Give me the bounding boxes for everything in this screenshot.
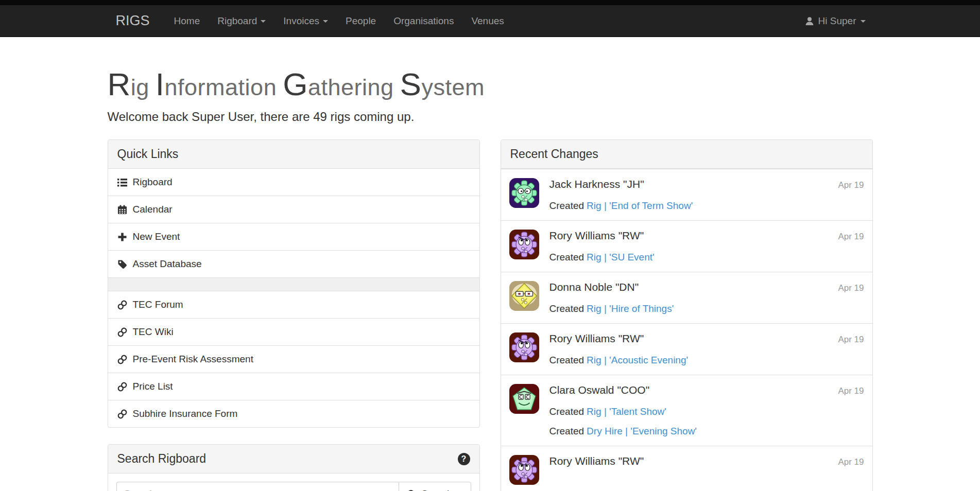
person-icon: [805, 16, 814, 26]
panel-title: Quick Links: [117, 147, 179, 161]
person-name: Donna Noble "DN": [549, 281, 639, 293]
action-prefix: Created: [549, 200, 584, 211]
change-date: Apr 19: [838, 283, 864, 293]
change-date: Apr 19: [838, 386, 864, 396]
recent-change-item: Rory Williams "RW"Apr 19 CreatedRig | 'S…: [501, 220, 872, 272]
window-top-strip: [0, 0, 980, 5]
title-rest: nformation: [165, 74, 277, 100]
action-prefix: Created: [549, 303, 584, 314]
change-action: CreatedDry Hire | 'Evening Show': [549, 426, 864, 437]
search-button-label: Search: [421, 488, 452, 491]
list-separator: [108, 277, 479, 291]
link-icon: [117, 382, 127, 392]
quick-link-subhire-insurance-form[interactable]: Subhire Insurance Form: [108, 400, 479, 427]
change-action: CreatedRig | 'SU Event': [549, 252, 864, 263]
quick-link-pre-event-risk-assessment[interactable]: Pre-Event Risk Assessment: [108, 345, 479, 373]
quick-link-label: Calendar: [133, 204, 173, 215]
search-input[interactable]: [116, 482, 399, 491]
change-date: Apr 19: [838, 457, 864, 467]
plus-icon: [117, 232, 127, 242]
nav-item-label: Rigboard: [217, 15, 257, 27]
recent-change-item: Donna Noble "DN"Apr 19 CreatedRig | 'Hir…: [501, 272, 872, 323]
panel-title: Search Rigboard: [117, 452, 207, 466]
change-action: CreatedRig | 'Talent Show': [549, 406, 864, 417]
title-initial: S: [400, 66, 422, 102]
change-link[interactable]: Rig | 'SU Event': [587, 252, 655, 262]
link-icon: [117, 327, 127, 337]
purple-gear-monster-avatar: [509, 332, 539, 362]
nav-item-people[interactable]: People: [337, 5, 385, 37]
calendar-icon: [117, 205, 127, 215]
nav-item-venues[interactable]: Venues: [462, 5, 512, 37]
quick-link-label: Subhire Insurance Form: [133, 408, 238, 419]
page-title: RigInformationGatheringSystem: [108, 66, 873, 102]
quick-link-calendar[interactable]: Calendar: [108, 196, 479, 223]
nav-item-label: Venues: [471, 15, 504, 27]
person-name: Rory Williams "RW": [549, 455, 644, 467]
tag-icon: [117, 259, 127, 269]
change-link[interactable]: Rig | 'Acoustic Evening': [587, 355, 688, 365]
change-action: CreatedRig | 'End of Term Show': [549, 200, 864, 212]
chevron-down-icon: [323, 20, 328, 23]
change-link[interactable]: Rig | 'Hire of Things': [587, 303, 674, 314]
link-icon: [117, 300, 127, 310]
quick-link-new-event[interactable]: New Event: [108, 223, 479, 250]
change-date: Apr 19: [838, 335, 864, 345]
link-icon: [117, 409, 127, 419]
change-date: Apr 19: [838, 232, 864, 242]
question-circle-icon[interactable]: ?: [458, 453, 470, 465]
user-menu-label: Hi Super: [818, 15, 856, 27]
change-date: Apr 19: [838, 180, 864, 190]
chevron-down-icon: [261, 20, 266, 23]
nav-item-home[interactable]: Home: [165, 5, 209, 37]
quick-link-price-list[interactable]: Price List: [108, 373, 479, 400]
change-link[interactable]: Rig | 'Talent Show': [587, 406, 666, 417]
recent-change-item: Clara Oswald "COO"Apr 19 CreatedRig | 'T…: [501, 375, 872, 446]
search-button[interactable]: Search: [399, 482, 471, 491]
quick-link-label: TEC Forum: [133, 299, 183, 310]
welcome-message: Welcome back Super User, there are 49 ri…: [108, 110, 873, 124]
action-prefix: Created: [549, 355, 584, 365]
quick-link-tec-wiki[interactable]: TEC Wiki: [108, 318, 479, 345]
recent-change-item: Jack Harkness "JH"Apr 19 CreatedRig | 'E…: [501, 169, 872, 220]
title-initial: I: [156, 66, 165, 102]
quick-link-asset-database[interactable]: Asset Database: [108, 250, 479, 277]
quick-link-label: New Event: [133, 231, 180, 242]
quick-link-label: Price List: [133, 381, 173, 392]
recent-change-item: Rory Williams "RW"Apr 19: [501, 446, 872, 491]
title-rest: ig: [131, 74, 149, 100]
action-prefix: Created: [549, 252, 584, 262]
link-icon: [117, 355, 127, 364]
nav-item-label: Invoices: [283, 15, 319, 27]
title-rest: ystem: [421, 74, 485, 100]
user-menu[interactable]: Hi Super: [797, 5, 874, 37]
main-navbar: RIGS Home Rigboard Invoices People Organ…: [0, 5, 980, 37]
quick-link-tec-forum[interactable]: TEC Forum: [108, 291, 479, 318]
quick-link-rigboard[interactable]: Rigboard: [108, 169, 479, 196]
recent-change-item: Rory Williams "RW"Apr 19 CreatedRig | 'A…: [501, 323, 872, 375]
change-link[interactable]: Rig | 'End of Term Show': [587, 200, 693, 211]
nav-item-label: Home: [174, 15, 200, 27]
action-prefix: Created: [549, 406, 584, 417]
recent-changes-heading: Recent Changes: [501, 140, 872, 169]
quick-link-label: Pre-Event Risk Assessment: [133, 354, 253, 365]
green-gear-monster-avatar: [509, 178, 539, 208]
nav-item-rigboard[interactable]: Rigboard: [209, 5, 274, 37]
change-action: CreatedRig | 'Hire of Things': [549, 303, 864, 314]
quick-links-panel: Quick Links Rigboard Calendar New Event …: [108, 139, 480, 428]
chevron-down-icon: [861, 20, 866, 23]
title-initial: G: [283, 66, 308, 102]
brand-link[interactable]: RIGS: [107, 5, 165, 37]
list-icon: [117, 178, 127, 187]
title-rest: athering: [308, 74, 394, 100]
person-name: Clara Oswald "COO": [549, 384, 650, 396]
nav-item-invoices[interactable]: Invoices: [274, 5, 337, 37]
recent-changes-panel: Recent Changes Jack Harkness "JH"Apr 19 …: [501, 139, 873, 491]
nav-item-organisations[interactable]: Organisations: [385, 5, 462, 37]
quick-link-label: TEC Wiki: [133, 326, 174, 338]
nav-item-label: Organisations: [393, 15, 454, 27]
green-pentagon-monster-avatar: [509, 384, 539, 414]
change-link[interactable]: Dry Hire | 'Evening Show': [587, 426, 697, 436]
nav-item-label: People: [346, 15, 376, 27]
search-rigboard-panel: Search Rigboard ? Search: [108, 444, 480, 491]
